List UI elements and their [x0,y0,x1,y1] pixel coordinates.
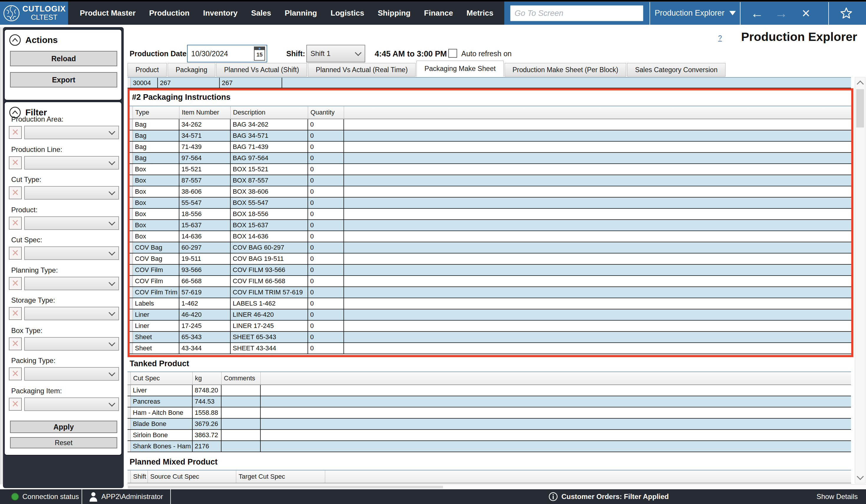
vertical-scroll-thumb[interactable] [856,89,864,127]
menu-item[interactable]: Logistics [324,9,371,18]
column-header[interactable]: Comments [222,372,261,384]
clear-filter-icon[interactable]: × [9,307,22,320]
table-row[interactable]: Box 14-636 BOX 14-636 0 [130,231,851,242]
menu-item[interactable]: Production [142,9,196,18]
filter-select[interactable] [24,397,119,411]
filter-select[interactable] [24,126,119,139]
table-row[interactable]: Bag 34-571 BAG 34-571 0 [130,131,851,142]
table-row[interactable]: COV Film Trim 57-619 COV FILM TRIM 57-61… [130,287,851,298]
favorite-star-icon[interactable] [836,1,857,25]
menu-item[interactable]: Product Master [73,9,142,18]
table-row[interactable]: Bag 71-439 BAG 71-439 0 [130,142,851,153]
clear-filter-icon[interactable]: × [9,247,22,260]
menu-item[interactable]: Planning [278,9,324,18]
horizontal-scrollbar[interactable] [127,484,866,490]
tab[interactable]: Sales Category Conversion [627,63,725,77]
grid-cell-filler [344,186,851,197]
tab[interactable]: Product [127,63,167,77]
table-row[interactable]: COV Film 93-566 COV FILM 93-566 0 [130,265,851,276]
filter-select[interactable] [24,216,119,230]
table-row[interactable]: Shank Bones - Ham 2176 [127,441,851,452]
column-header[interactable]: Quantity [308,106,344,119]
calendar-picker-icon[interactable]: 15 [254,46,265,61]
table-row[interactable]: Liner 46-420 LINER 46-420 0 [130,310,851,321]
filter-select[interactable] [24,277,119,290]
tab[interactable]: Planned Vs Actual (Real Time) [308,63,415,77]
table-row[interactable]: Box 55-547 BOX 55-547 0 [130,198,851,209]
table-row[interactable]: Box 38-606 BOX 38-606 0 [130,186,851,198]
screen-selector-dropdown[interactable]: Production Explorer [652,1,739,25]
menu-item[interactable]: Inventory [196,9,244,18]
menu-item[interactable]: Metrics [460,9,500,18]
table-row[interactable]: Liver 8748.20 [127,385,851,396]
table-row[interactable]: Box 15-521 BOX 15-521 0 [130,164,851,175]
clear-filter-icon[interactable]: × [9,277,22,290]
filter-select[interactable] [24,246,119,260]
filter-select[interactable] [24,186,119,200]
column-header[interactable]: Source Cut Spec [148,470,236,483]
go-to-screen-input[interactable] [510,5,643,21]
apply-button[interactable]: Apply [10,421,117,433]
filter-select[interactable] [24,337,119,351]
table-row[interactable]: Box 87-557 BOX 87-557 0 [130,175,851,186]
scroll-down-icon[interactable] [857,473,864,480]
table-row[interactable]: Sirloin Bone 3863.72 [127,430,851,441]
back-icon[interactable]: ← [748,1,766,25]
table-row[interactable]: COV Film 66-568 COV FILM 66-568 0 [130,276,851,287]
vertical-scrollbar[interactable] [855,77,865,483]
tab[interactable]: Planned Vs Actual (Shift) [216,63,307,77]
column-header[interactable]: Target Cut Spec [236,470,325,483]
horizontal-scroll-thumb[interactable] [128,486,443,489]
table-row[interactable]: Ham - Aitch Bone 1558.88 [127,407,851,419]
auto-refresh-checkbox[interactable] [448,49,457,58]
table-row[interactable]: Bag 34-262 BAG 34-262 0 [130,119,851,131]
reset-button[interactable]: Reset [10,437,117,448]
clear-filter-icon[interactable]: × [9,367,22,380]
calendar-icon-header [255,47,265,50]
table-row[interactable]: Box 15-637 BOX 15-637 0 [130,220,851,231]
column-header[interactable]: Cut Spec [131,372,193,384]
sidebar-scrollbar[interactable] [0,27,2,484]
table-row[interactable]: Liner 17-245 LINER 17-245 0 [130,321,851,332]
table-row[interactable]: Bag 97-564 BAG 97-564 0 [130,153,851,164]
previous-grid-last-row[interactable]: 30004 267 267 [127,77,851,88]
clear-filter-icon[interactable]: × [9,186,22,199]
clear-filter-icon[interactable]: × [9,126,22,139]
menu-item[interactable]: Shipping [371,9,417,18]
tab[interactable]: Packaging Make Sheet [417,61,504,77]
table-row[interactable]: Sheet 43-344 SHEET 43-344 0 [130,343,851,354]
show-details-link[interactable]: Show Details [817,489,858,504]
collapse-chevron-icon[interactable] [9,34,21,46]
column-header[interactable]: kg [193,372,222,384]
shift-select[interactable]: Shift 1 [306,45,365,63]
table-row[interactable]: COV Bag 19-511 COV BAG 19-511 0 [130,254,851,265]
clear-filter-icon[interactable]: × [9,398,22,411]
column-header[interactable]: Item Number [179,106,231,119]
table-row[interactable]: Box 18-556 BOX 18-556 0 [130,209,851,220]
reload-button[interactable]: Reload [10,51,117,66]
tab[interactable]: Packaging [168,63,215,77]
menu-item[interactable]: Sales [244,9,278,18]
table-row[interactable]: COV Bag 60-297 COV BAG 60-297 0 [130,242,851,254]
tab[interactable]: Production Make Sheet (Per Block) [504,63,626,77]
filter-select[interactable] [24,307,119,320]
close-screen-icon[interactable]: × [797,1,815,25]
filter-select[interactable] [24,156,119,170]
table-row[interactable]: Sheet 65-343 SHEET 65-343 0 [130,332,851,343]
column-header[interactable]: Description [231,106,308,119]
scroll-up-icon[interactable] [857,80,864,87]
table-row[interactable]: Pancreas 744.53 [127,396,851,407]
column-header[interactable]: Type [133,106,179,119]
forward-icon[interactable]: → [772,1,790,25]
export-button[interactable]: Export [10,72,117,87]
clear-filter-icon[interactable]: × [9,217,22,229]
column-header[interactable]: Shift [131,470,148,483]
menu-item[interactable]: Finance [418,9,460,18]
table-row[interactable]: Labels 1-462 LABELS 1-462 0 [130,298,851,310]
table-row[interactable]: Blade Bone 3679.26 [127,419,851,430]
clear-filter-icon[interactable]: × [9,337,22,350]
help-link[interactable]: ? [718,34,722,42]
filter-select[interactable] [24,367,119,381]
clear-filter-icon[interactable]: × [9,156,22,169]
row-header-strip [130,332,133,343]
